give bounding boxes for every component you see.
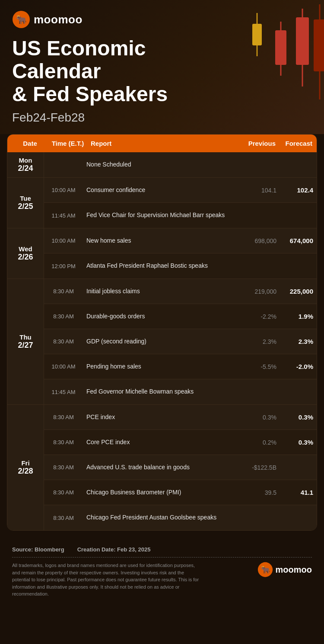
thu-row-2: 8:30 AM GDP (second reading) 2.3% 2.3%: [44, 329, 317, 354]
thu-time-3: 10:00 AM: [44, 359, 83, 374]
wed-content: 10:00 AM New home sales 698,000 674,000 …: [44, 228, 317, 279]
thu-day-date: 2/27: [18, 341, 33, 350]
wed-time-0: 10:00 AM: [44, 233, 83, 248]
thu-report-4: Fed Governor Michelle Bowman speaks: [83, 382, 241, 401]
fri-day-date: 2/28: [18, 467, 33, 476]
wed-forecast-0: 674,000: [280, 233, 317, 249]
mon-report-0: None Scheduled: [83, 155, 241, 174]
thu-prev-0: 219,000: [241, 284, 280, 299]
tue-time-0: 10:00 AM: [44, 183, 83, 198]
day-group-thu: Thu 2/27 8:30 AM Initial jobless claims …: [7, 279, 317, 405]
tue-report-0: Consumer confidence: [83, 181, 241, 200]
mon-forecast-0: [280, 160, 317, 169]
fri-forecast-0: 0.3%: [280, 409, 317, 425]
wed-day-name: Wed: [19, 245, 32, 253]
fri-report-4: Chicago Fed President Austan Goolsbee sp…: [83, 508, 241, 527]
tue-date-cell: Tue 2/25: [7, 178, 44, 228]
thu-time-1: 8:30 AM: [44, 309, 83, 324]
footer-logo: 🐂 moomoo: [257, 562, 312, 577]
fri-report-3: Chicago Business Barometer (PMI): [83, 483, 241, 502]
app-container: 🐂 moomoo US Economic Calendar & Fed Spea…: [0, 0, 324, 606]
thu-forecast-0: 225,000: [280, 283, 317, 299]
footer-disclaimer-row: All trademarks, logos and brand names me…: [12, 562, 312, 598]
fri-prev-4: [241, 513, 280, 522]
mon-row: Mon 2/24 None Scheduled: [7, 152, 317, 177]
economic-calendar-table: Date Time (E.T.) Report Previous Forecas…: [7, 134, 317, 531]
thu-report-2: GDP (second reading): [83, 332, 241, 351]
tue-time-1: 11:45 AM: [44, 208, 83, 223]
mon-content: None Scheduled: [44, 152, 317, 177]
tue-forecast-0: 102.4: [280, 182, 317, 198]
day-group-fri: Fri 2/28 8:30 AM PCE index 0.3% 0.3% 8:3…: [7, 405, 317, 530]
fri-row-4: 8:30 AM Chicago Fed President Austan Goo…: [44, 505, 317, 530]
fri-content: 8:30 AM PCE index 0.3% 0.3% 8:30 AM Core…: [44, 405, 317, 530]
thu-prev-4: [241, 388, 280, 396]
fri-prev-0: 0.3%: [241, 410, 280, 425]
thu-report-1: Durable-goods orders: [83, 307, 241, 326]
thu-row-1: 8:30 AM Durable-goods orders -2.2% 1.9%: [44, 304, 317, 329]
thu-time-4: 11:45 AM: [44, 384, 83, 400]
wed-day-date: 2/26: [18, 253, 33, 262]
footer-logo-text: moomoo: [276, 565, 312, 575]
wed-prev-1: [241, 262, 280, 270]
thu-time-0: 8:30 AM: [44, 284, 83, 299]
fri-prev-2: -$122.5B: [241, 460, 280, 475]
fri-report-0: PCE index: [83, 408, 241, 427]
thu-forecast-2: 2.3%: [280, 333, 317, 349]
mon-prev-0: [241, 160, 280, 169]
wed-report-1: Atlanta Fed President Raphael Bostic spe…: [83, 256, 241, 276]
col-header-forecast: Forecast: [276, 140, 312, 147]
fri-forecast-4: [280, 513, 317, 522]
fri-forecast-1: 0.3%: [280, 434, 317, 450]
wed-row-0: 10:00 AM New home sales 698,000 674,000: [44, 228, 317, 253]
tue-day-name: Tue: [20, 195, 31, 202]
fri-rows: Fri 2/28 8:30 AM PCE index 0.3% 0.3% 8:3…: [7, 405, 317, 530]
tue-content: 10:00 AM Consumer confidence 104.1 102.4…: [44, 178, 317, 228]
fri-time-4: 8:30 AM: [44, 510, 83, 525]
tue-report-1: Fed Vice Chair for Supervision Michael B…: [83, 206, 241, 225]
fri-time-1: 8:30 AM: [44, 435, 83, 450]
source-label: Source: Bloomberg: [12, 546, 64, 553]
mon-day-name: Mon: [19, 157, 32, 164]
fri-time-0: 8:30 AM: [44, 410, 83, 425]
wed-time-1: 12:00 PM: [44, 259, 83, 274]
mon-row-0: None Scheduled: [44, 152, 317, 177]
svg-text:🐂: 🐂: [260, 565, 270, 574]
mon-date-cell: Mon 2/24: [7, 152, 44, 177]
svg-text:🐂: 🐂: [16, 14, 27, 25]
wed-report-0: New home sales: [83, 231, 241, 250]
fri-time-3: 8:30 AM: [44, 485, 83, 500]
logo-row: 🐂 moomoo: [12, 10, 312, 29]
tue-forecast-1: [280, 211, 317, 220]
thu-day-name: Thu: [19, 333, 32, 341]
fri-prev-3: 39.5: [241, 485, 280, 500]
fri-report-2: Advanced U.S. trade balance in goods: [83, 458, 241, 477]
thu-forecast-3: -2.0%: [280, 359, 317, 375]
table-body: Mon 2/24 None Scheduled: [7, 152, 317, 530]
wed-date-cell: Wed 2/26: [7, 228, 44, 279]
footer-disclaimer-text: All trademarks, logos and brand names me…: [12, 562, 202, 598]
col-header-time: Time (E.T.): [48, 140, 87, 147]
tue-prev-0: 104.1: [241, 183, 280, 198]
col-header-previous: Previous: [237, 140, 276, 147]
thu-forecast-4: [280, 388, 317, 396]
tue-prev-1: [241, 211, 280, 220]
fri-row-3: 8:30 AM Chicago Business Barometer (PMI)…: [44, 480, 317, 505]
tue-row-1: 11:45 AM Fed Vice Chair for Supervision …: [44, 203, 317, 228]
thu-report-3: Pending home sales: [83, 357, 241, 376]
logo-text: moomoo: [34, 13, 83, 26]
wed-row-1: 12:00 PM Atlanta Fed President Raphael B…: [44, 253, 317, 279]
fri-row-1: 8:30 AM Core PCE index 0.2% 0.3%: [44, 430, 317, 455]
thu-prev-1: -2.2%: [241, 309, 280, 324]
thu-content: 8:30 AM Initial jobless claims 219,000 2…: [44, 279, 317, 404]
thu-rows: Thu 2/27 8:30 AM Initial jobless claims …: [7, 279, 317, 404]
footer-source-row: Source: Bloomberg Creation Date: Feb 23,…: [12, 546, 312, 557]
thu-date-cell: Thu 2/27: [7, 279, 44, 404]
fri-forecast-2: [280, 463, 317, 472]
moomoo-bull-icon: 🐂: [12, 10, 30, 29]
tue-row-0: 10:00 AM Consumer confidence 104.1 102.4: [44, 178, 317, 203]
col-header-date: Date: [12, 140, 48, 147]
creation-date-label: Creation Date: Feb 23, 2025: [77, 546, 151, 553]
wed-rows: Wed 2/26 10:00 AM New home sales 698,000…: [7, 228, 317, 279]
thu-row-4: 11:45 AM Fed Governor Michelle Bowman sp…: [44, 379, 317, 404]
